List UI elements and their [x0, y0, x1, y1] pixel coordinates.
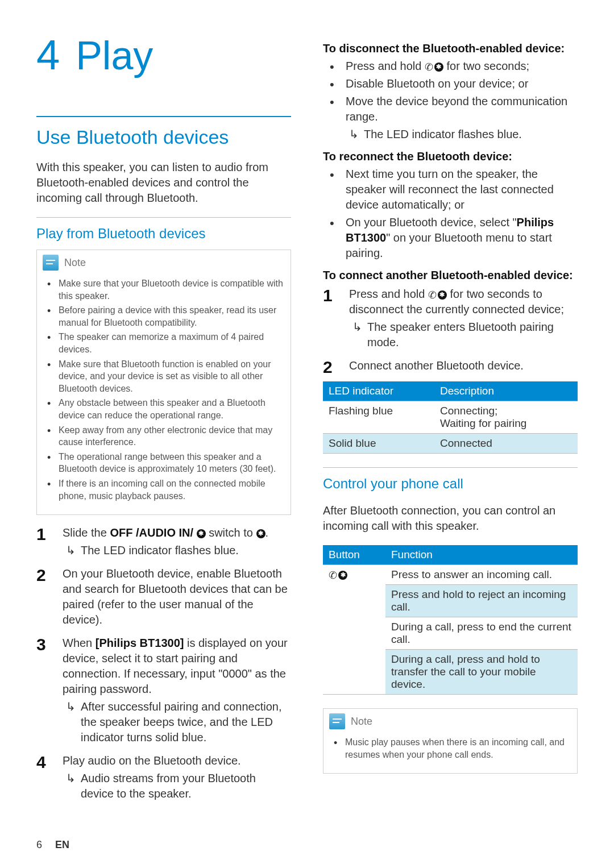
- result-arrow-icon: ↳: [352, 319, 363, 350]
- step-item: Connect another Bluetooth device.: [323, 358, 578, 373]
- bluetooth-icon: ✱: [256, 529, 265, 538]
- list-item: Next time you turn on the speaker, the s…: [323, 167, 578, 213]
- result-arrow-icon: ↳: [349, 127, 359, 142]
- divider: [36, 217, 291, 218]
- chapter-heading: 4 Play: [36, 34, 291, 76]
- note-icon: [329, 713, 345, 729]
- table-header: LED indicator: [323, 381, 434, 401]
- note-icon: [43, 255, 59, 271]
- language-code: EN: [55, 839, 69, 850]
- section-intro: With this speaker, you can listen to aud…: [36, 160, 291, 206]
- table-row: Flashing blue Connecting; Waiting for pa…: [323, 401, 578, 434]
- led-table: LED indicator Description Flashing blue …: [323, 381, 578, 454]
- note-item: Make sure that Bluetooth function is ena…: [44, 358, 284, 395]
- page-footer: 6 EN: [36, 839, 69, 851]
- note-item: Before pairing a device with this speake…: [44, 304, 284, 329]
- call-intro: After Bluetooth connection, you can cont…: [323, 503, 578, 534]
- list-item: On your Bluetooth device, select "Philip…: [323, 215, 578, 261]
- another-title: To connect another Bluetooth-enabled dev…: [323, 269, 578, 282]
- table-header: Description: [434, 381, 578, 401]
- step-result: ↳The LED indicator flashes blue.: [349, 127, 578, 142]
- phone-bluetooth-icon: ✆✱: [428, 290, 447, 300]
- step-item: Play audio on the Bluetooth device. ↳Aud…: [36, 753, 291, 801]
- note-list: Music play pauses when there is an incom…: [330, 736, 570, 761]
- chapter-number: 4: [36, 34, 60, 76]
- step-item: Press and hold ✆✱ for two seconds to dis…: [323, 286, 578, 350]
- right-column: To disconnect the Bluetooth-enabled devi…: [323, 34, 578, 809]
- note-item: Make sure that your Bluetooth device is …: [44, 277, 284, 302]
- list-item: Disable Bluetooth on your device; or: [323, 76, 578, 92]
- divider: [323, 467, 578, 468]
- steps-list: Slide the OFF /AUDIO IN/ ✱ switch to ✱. …: [36, 525, 291, 801]
- note-label: Note: [64, 257, 86, 269]
- page-number: 6: [36, 839, 42, 850]
- list-item: Move the device beyond the communication…: [323, 94, 578, 142]
- bluetooth-icon: ✱: [197, 529, 206, 538]
- step-result: ↳Audio streams from your Bluetooth devic…: [66, 771, 291, 801]
- section-rule: [36, 116, 291, 117]
- result-arrow-icon: ↳: [66, 543, 76, 558]
- step-item: Slide the OFF /AUDIO IN/ ✱ switch to ✱. …: [36, 525, 291, 558]
- step-item: On your Bluetooth device, enable Bluetoo…: [36, 566, 291, 628]
- result-arrow-icon: ↳: [66, 699, 76, 745]
- table-header: Function: [385, 545, 578, 565]
- step-result: ↳The speaker enters Bluetooth pairing mo…: [352, 319, 578, 350]
- left-column: 4 Play Use Bluetooth devices With this s…: [36, 34, 291, 809]
- list-item: Press and hold ✆✱ for two seconds;: [323, 59, 578, 74]
- phone-bluetooth-icon: ✆✱: [329, 570, 347, 580]
- table-row: ✆✱ Press to answer an incoming call.: [323, 565, 578, 585]
- step-result: ↳The LED indicator flashes blue.: [66, 543, 291, 558]
- reconnect-list: Next time you turn on the speaker, the s…: [323, 167, 578, 261]
- disconnect-title: To disconnect the Bluetooth-enabled devi…: [323, 42, 578, 55]
- note-list: Make sure that your Bluetooth device is …: [44, 277, 284, 502]
- reconnect-title: To reconnect the Bluetooth device:: [323, 150, 578, 163]
- note-box: Note Music play pauses when there is an …: [323, 708, 578, 774]
- note-item: Keep away from any other electronic devi…: [44, 424, 284, 448]
- table-header: Button: [323, 545, 385, 565]
- section-title: Use Bluetooth devices: [36, 126, 291, 148]
- step-item: When [Philips BT1300] is displayed on yo…: [36, 636, 291, 745]
- note-item: Any obstacle between this speaker and a …: [44, 397, 284, 421]
- table-row: Solid blue Connected: [323, 434, 578, 454]
- result-arrow-icon: ↳: [66, 771, 76, 801]
- chapter-title: Play: [76, 36, 153, 76]
- call-table: Button Function ✆✱ Press to answer an in…: [323, 545, 578, 695]
- note-item: The operational range between this speak…: [44, 451, 284, 475]
- another-steps: Press and hold ✆✱ for two seconds to dis…: [323, 286, 578, 373]
- phone-bluetooth-icon: ✆✱: [425, 62, 443, 72]
- call-section-title: Control your phone call: [323, 476, 578, 492]
- subsection-title: Play from Bluetooth devices: [36, 226, 291, 242]
- note-box: Note Make sure that your Bluetooth devic…: [36, 250, 291, 515]
- note-item: The speaker can memorize a maximum of 4 …: [44, 331, 284, 355]
- disconnect-list: Press and hold ✆✱ for two seconds; Disab…: [323, 59, 578, 142]
- step-result: ↳After successful pairing and connection…: [66, 699, 291, 745]
- note-item: Music play pauses when there is an incom…: [330, 736, 570, 761]
- note-item: If there is an incoming call on the conn…: [44, 477, 284, 502]
- note-label: Note: [351, 716, 372, 728]
